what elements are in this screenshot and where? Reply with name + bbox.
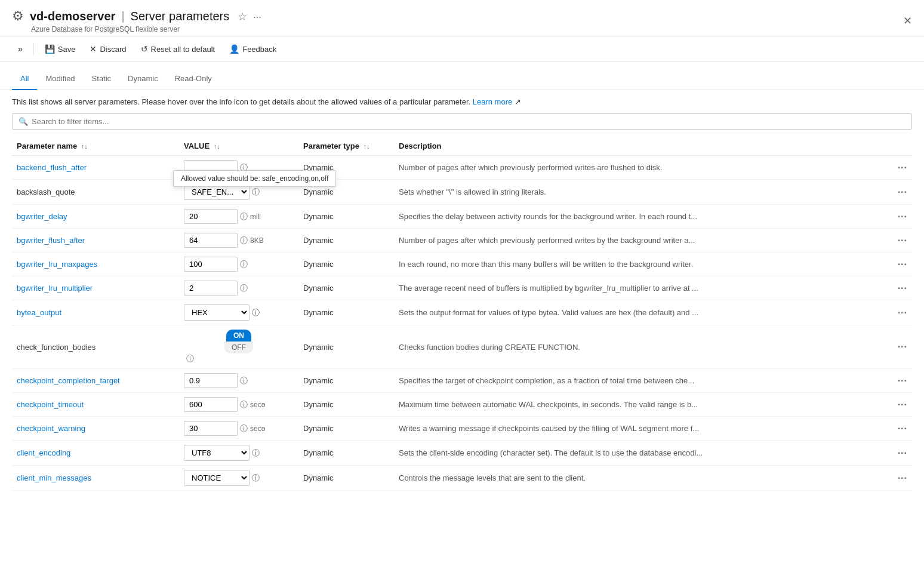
table-row: backend_flush_afterⓘAllowed value should… bbox=[12, 156, 912, 180]
param-more-button[interactable]: ··· bbox=[898, 283, 907, 293]
param-more-button[interactable]: ··· bbox=[898, 211, 907, 221]
table-row: bgwriter_lru_maxpagesⓘDynamicIn each rou… bbox=[12, 253, 912, 276]
save-button[interactable]: 💾 Save bbox=[39, 41, 82, 57]
param-name-link[interactable]: bytea_output bbox=[17, 308, 61, 317]
param-info-icon[interactable]: ⓘ bbox=[240, 400, 248, 409]
sort-name-icon[interactable]: ↑↓ bbox=[81, 143, 88, 150]
param-info-icon[interactable]: ⓘ bbox=[240, 236, 248, 245]
param-info-icon[interactable]: ⓘ bbox=[252, 187, 260, 196]
param-desc: Checks function bodies during CREATE FUN… bbox=[394, 325, 888, 369]
more-options-button[interactable]: ··· bbox=[253, 12, 261, 23]
param-more-button[interactable]: ··· bbox=[898, 187, 907, 197]
table-row: backslash_quoteSAFE_EN...ⓘDynamicSets wh… bbox=[12, 180, 912, 205]
param-type: Dynamic bbox=[298, 417, 394, 441]
param-more-button[interactable]: ··· bbox=[898, 259, 907, 269]
param-desc: Writes a warning message if checkpoints … bbox=[394, 417, 888, 441]
feedback-icon: 👤 bbox=[229, 44, 239, 54]
toolbar-separator-1 bbox=[33, 43, 34, 55]
param-more-button[interactable]: ··· bbox=[898, 342, 907, 352]
table-row: check_function_bodiesONOFFⓘDynamicChecks… bbox=[12, 325, 912, 369]
param-name-link[interactable]: bgwriter_lru_maxpages bbox=[17, 260, 97, 269]
param-more-button[interactable]: ··· bbox=[898, 235, 907, 245]
tab-static[interactable]: Static bbox=[84, 68, 120, 90]
reset-icon: ↺ bbox=[141, 44, 148, 54]
table-row: checkpoint_warningⓘsecoDynamicWrites a w… bbox=[12, 417, 912, 441]
param-name-link[interactable]: backend_flush_after bbox=[17, 163, 87, 172]
param-more-button[interactable]: ··· bbox=[898, 448, 907, 458]
param-unit: seco bbox=[250, 401, 265, 409]
param-info-icon[interactable]: ⓘ bbox=[186, 354, 194, 363]
param-desc: Sets the client-side encoding (character… bbox=[394, 441, 888, 466]
param-more-button[interactable]: ··· bbox=[898, 473, 907, 483]
table-row: checkpoint_timeoutⓘsecoDynamicMaximum ti… bbox=[12, 393, 912, 417]
feedback-button[interactable]: 👤 Feedback bbox=[223, 41, 282, 57]
discard-button[interactable]: ✕ Discard bbox=[84, 41, 132, 57]
param-info-icon[interactable]: ⓘ bbox=[240, 376, 248, 385]
param-desc: Number of pages after which previously p… bbox=[394, 156, 888, 180]
param-unit: seco bbox=[250, 424, 265, 433]
param-name-link[interactable]: checkpoint_timeout bbox=[17, 400, 84, 409]
param-name-link[interactable]: bgwriter_lru_multiplier bbox=[17, 284, 93, 293]
server-name: vd-demoserver bbox=[30, 10, 115, 23]
param-value-input[interactable] bbox=[184, 397, 238, 412]
tab-dynamic[interactable]: Dynamic bbox=[119, 68, 167, 90]
star-button[interactable]: ☆ bbox=[238, 10, 247, 23]
param-info-icon[interactable]: ⓘ bbox=[252, 308, 260, 317]
param-value-input[interactable] bbox=[184, 257, 238, 272]
search-icon: 🔍 bbox=[19, 117, 28, 126]
param-value-select[interactable]: HEX bbox=[184, 304, 250, 321]
param-more-button[interactable]: ··· bbox=[898, 376, 907, 386]
param-info-icon[interactable]: ⓘ bbox=[240, 424, 248, 433]
param-type: Dynamic bbox=[298, 466, 394, 491]
param-value-input[interactable] bbox=[184, 209, 238, 224]
param-info-icon[interactable]: ⓘ bbox=[252, 473, 260, 482]
sort-value-icon[interactable]: ↑↓ bbox=[214, 143, 220, 150]
sidebar-toggle-icon: » bbox=[18, 44, 23, 54]
param-value-select[interactable]: UTF8 bbox=[184, 445, 250, 461]
learn-more-link[interactable]: Learn more bbox=[473, 97, 512, 106]
close-button[interactable]: ✕ bbox=[903, 14, 912, 27]
toggle-off[interactable]: OFF bbox=[224, 342, 253, 353]
param-name-link[interactable]: checkpoint_warning bbox=[17, 424, 85, 433]
param-more-button[interactable]: ··· bbox=[898, 399, 907, 410]
param-value-input[interactable] bbox=[184, 281, 238, 296]
tab-all[interactable]: All bbox=[12, 68, 37, 90]
param-type: Dynamic bbox=[298, 300, 394, 325]
param-value-input[interactable] bbox=[184, 421, 238, 436]
param-value-input[interactable] bbox=[184, 233, 238, 248]
param-name-link[interactable]: client_min_messages bbox=[17, 473, 91, 482]
param-name-link[interactable]: checkpoint_completion_target bbox=[17, 376, 120, 385]
param-name-link[interactable]: bgwriter_delay bbox=[17, 212, 67, 221]
param-desc: Sets whether "\" is allowed in string li… bbox=[394, 180, 888, 205]
table-row: bytea_outputHEXⓘDynamicSets the output f… bbox=[12, 300, 912, 325]
param-type: Dynamic bbox=[298, 229, 394, 253]
param-more-button[interactable]: ··· bbox=[898, 162, 907, 173]
param-name-link[interactable]: bgwriter_flush_after bbox=[17, 236, 85, 245]
param-desc: Specifies the delay between activity rou… bbox=[394, 205, 888, 229]
param-type: Dynamic bbox=[298, 276, 394, 300]
tab-modified[interactable]: Modified bbox=[37, 68, 83, 90]
search-input[interactable] bbox=[32, 117, 905, 126]
param-info-icon[interactable]: ⓘ bbox=[252, 448, 260, 457]
toggle-on[interactable]: ON bbox=[226, 330, 251, 342]
param-desc: Number of pages after which previously p… bbox=[394, 229, 888, 253]
table-row: bgwriter_flush_afterⓘ8KBDynamicNumber of… bbox=[12, 229, 912, 253]
param-type: Dynamic bbox=[298, 441, 394, 466]
param-info-icon[interactable]: ⓘ bbox=[240, 260, 248, 269]
title-divider: | bbox=[121, 10, 124, 23]
reset-button[interactable]: ↺ Reset all to default bbox=[135, 41, 221, 57]
param-info-icon[interactable]: ⓘ bbox=[240, 212, 248, 221]
tab-readonly[interactable]: Read-Only bbox=[167, 68, 220, 90]
sort-type-icon[interactable]: ↑↓ bbox=[364, 143, 370, 150]
table-row: bgwriter_delayⓘmillDynamicSpecifies the … bbox=[12, 205, 912, 229]
param-more-button[interactable]: ··· bbox=[898, 423, 907, 433]
param-value-input[interactable] bbox=[184, 373, 238, 388]
param-value-select[interactable]: NOTICE bbox=[184, 470, 250, 486]
param-info-icon[interactable]: ⓘ bbox=[240, 284, 248, 293]
param-more-button[interactable]: ··· bbox=[898, 307, 907, 318]
sidebar-toggle-button[interactable]: » bbox=[12, 41, 29, 57]
param-desc: Sets the output format for values of typ… bbox=[394, 300, 888, 325]
server-icon: ⚙ bbox=[12, 8, 24, 24]
param-toggle[interactable]: ONOFF bbox=[184, 330, 294, 353]
param-name-link[interactable]: client_encoding bbox=[17, 448, 70, 457]
